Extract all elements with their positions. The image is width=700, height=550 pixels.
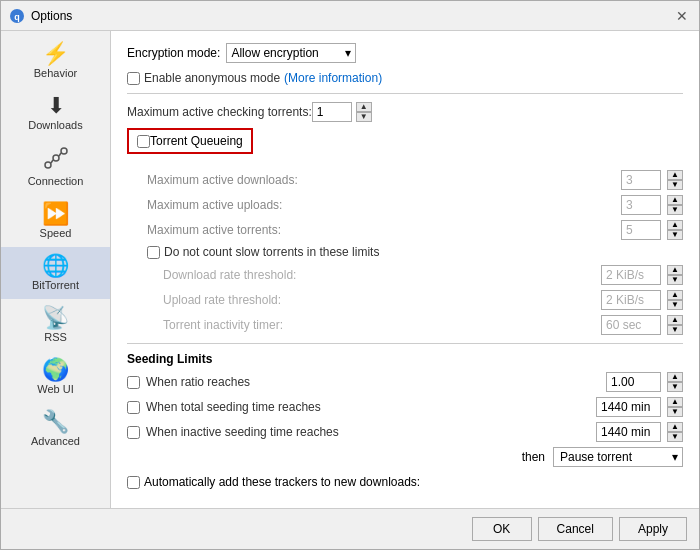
ul-threshold-row: Upload rate threshold: ▲ ▼ — [163, 290, 683, 310]
max-downloads-up[interactable]: ▲ — [667, 170, 683, 180]
inactivity-up[interactable]: ▲ — [667, 315, 683, 325]
sidebar-label-advanced: Advanced — [31, 435, 80, 447]
max-checking-spinner: ▲ ▼ — [312, 102, 372, 122]
dl-threshold-up[interactable]: ▲ — [667, 265, 683, 275]
max-torrents-spinner: ▲ ▼ — [621, 220, 683, 240]
more-info-link[interactable]: (More information) — [284, 71, 382, 85]
no-slow-row: Do not count slow torrents in these limi… — [147, 245, 683, 259]
ul-threshold-up[interactable]: ▲ — [667, 290, 683, 300]
ul-threshold-input[interactable] — [601, 290, 661, 310]
no-slow-checkbox[interactable] — [147, 246, 160, 259]
max-uploads-row: Maximum active uploads: ▲ ▼ — [147, 195, 683, 215]
apply-button[interactable]: Apply — [619, 517, 687, 541]
max-uploads-input[interactable] — [621, 195, 661, 215]
inactive-time-up[interactable]: ▲ — [667, 422, 683, 432]
inactivity-row: Torrent inactivity timer: ▲ ▼ — [163, 315, 683, 335]
anon-mode-row: Enable anonymous mode (More information) — [127, 71, 683, 85]
app-icon: q — [9, 8, 25, 24]
sidebar-label-rss: RSS — [44, 331, 67, 343]
inactive-time-label: When inactive seeding time reaches — [146, 425, 346, 439]
seeding-limits-title: Seeding Limits — [127, 352, 683, 366]
encryption-row: Encryption mode: Allow encryption ▾ — [127, 43, 683, 63]
sidebar-label-downloads: Downloads — [28, 119, 82, 131]
sidebar: ⚡ Behavior ⬇ Downloads Connection — [1, 31, 111, 508]
sidebar-label-bittorrent: BitTorrent — [32, 279, 79, 291]
cancel-button[interactable]: Cancel — [538, 517, 613, 541]
max-uploads-up[interactable]: ▲ — [667, 195, 683, 205]
close-button[interactable]: ✕ — [673, 7, 691, 25]
sidebar-item-downloads[interactable]: ⬇ Downloads — [1, 87, 110, 139]
max-torrents-label: Maximum active torrents: — [147, 223, 347, 237]
ratio-down[interactable]: ▼ — [667, 382, 683, 392]
ok-button[interactable]: OK — [472, 517, 532, 541]
sidebar-item-webui[interactable]: 🌍 Web UI — [1, 351, 110, 403]
dl-threshold-label: Download rate threshold: — [163, 268, 363, 282]
advanced-icon: 🔧 — [42, 411, 69, 433]
sidebar-item-connection[interactable]: Connection — [1, 139, 110, 195]
ratio-up[interactable]: ▲ — [667, 372, 683, 382]
max-checking-arrows: ▲ ▼ — [356, 102, 372, 122]
dropdown-arrow-icon: ▾ — [672, 450, 678, 464]
sidebar-item-speed[interactable]: ⏩ Speed — [1, 195, 110, 247]
chevron-down-icon: ▾ — [345, 46, 351, 60]
max-torrents-input[interactable] — [621, 220, 661, 240]
ratio-checkbox[interactable] — [127, 376, 140, 389]
anon-mode-label: Enable anonymous mode — [144, 71, 280, 85]
dl-threshold-input[interactable] — [601, 265, 661, 285]
ratio-label: When ratio reaches — [146, 375, 346, 389]
seeding-section: Seeding Limits When ratio reaches ▲ ▼ — [127, 352, 683, 467]
max-downloads-down[interactable]: ▼ — [667, 180, 683, 190]
seed-time-up[interactable]: ▲ — [667, 397, 683, 407]
encryption-select[interactable]: Allow encryption ▾ — [226, 43, 356, 63]
footer-bar: OK Cancel Apply — [1, 508, 699, 549]
max-uploads-down[interactable]: ▼ — [667, 205, 683, 215]
bittorrent-icon: 🌐 — [42, 255, 69, 277]
sidebar-label-connection: Connection — [28, 175, 84, 187]
anon-mode-checkbox[interactable] — [127, 72, 140, 85]
seed-time-row: When total seeding time reaches ▲ ▼ — [127, 397, 683, 417]
max-checking-input[interactable] — [312, 102, 352, 122]
inactivity-down[interactable]: ▼ — [667, 325, 683, 335]
svg-line-5 — [51, 160, 53, 163]
max-torrents-up[interactable]: ▲ — [667, 220, 683, 230]
no-slow-label: Do not count slow torrents in these limi… — [164, 245, 379, 259]
ratio-input[interactable] — [606, 372, 661, 392]
max-checking-down[interactable]: ▼ — [356, 112, 372, 122]
then-row: then Pause torrent ▾ — [127, 447, 683, 467]
options-window: q Options ✕ ⚡ Behavior ⬇ Downloads — [0, 0, 700, 550]
inactive-time-input[interactable] — [596, 422, 661, 442]
max-downloads-spinner: ▲ ▼ — [621, 170, 683, 190]
seed-time-input[interactable] — [596, 397, 661, 417]
max-checking-row: Maximum active checking torrents: ▲ ▼ — [127, 102, 683, 122]
webui-icon: 🌍 — [42, 359, 69, 381]
ul-threshold-label: Upload rate threshold: — [163, 293, 363, 307]
sidebar-item-advanced[interactable]: 🔧 Advanced — [1, 403, 110, 455]
max-downloads-row: Maximum active downloads: ▲ ▼ — [147, 170, 683, 190]
sidebar-item-rss[interactable]: 📡 RSS — [1, 299, 110, 351]
torrent-queueing-checkbox[interactable] — [137, 135, 150, 148]
inactivity-input[interactable] — [601, 315, 661, 335]
max-checking-up[interactable]: ▲ — [356, 102, 372, 112]
encryption-label: Encryption mode: — [127, 46, 220, 60]
svg-point-2 — [45, 162, 51, 168]
inactive-time-spinner: ▲ ▼ — [596, 422, 683, 442]
max-torrents-row: Maximum active torrents: ▲ ▼ — [147, 220, 683, 240]
inactive-time-checkbox[interactable] — [127, 426, 140, 439]
dl-threshold-down[interactable]: ▼ — [667, 275, 683, 285]
sidebar-label-speed: Speed — [40, 227, 72, 239]
inactive-time-down[interactable]: ▼ — [667, 432, 683, 442]
max-downloads-label: Maximum active downloads: — [147, 173, 347, 187]
seed-time-checkbox[interactable] — [127, 401, 140, 414]
torrent-queueing-label: Torrent Queueing — [150, 134, 243, 148]
sidebar-item-bittorrent[interactable]: 🌐 BitTorrent — [1, 247, 110, 299]
max-checking-label: Maximum active checking torrents: — [127, 105, 312, 119]
ul-threshold-down[interactable]: ▼ — [667, 300, 683, 310]
action-dropdown[interactable]: Pause torrent ▾ — [553, 447, 683, 467]
sidebar-item-behavior[interactable]: ⚡ Behavior — [1, 35, 110, 87]
seed-time-down[interactable]: ▼ — [667, 407, 683, 417]
main-content: ⚡ Behavior ⬇ Downloads Connection — [1, 31, 699, 508]
trackers-checkbox[interactable] — [127, 476, 140, 489]
max-torrents-down[interactable]: ▼ — [667, 230, 683, 240]
ratio-row: When ratio reaches ▲ ▼ — [127, 372, 683, 392]
max-downloads-input[interactable] — [621, 170, 661, 190]
